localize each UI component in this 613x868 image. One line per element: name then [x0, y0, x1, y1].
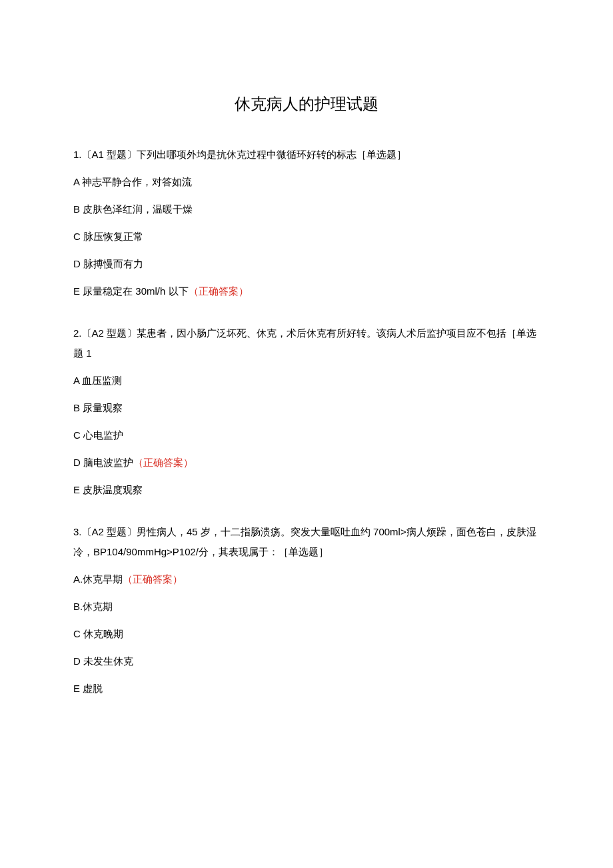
correct-answer-label: （正确答案）: [189, 285, 249, 297]
question-option: E 虚脱: [73, 679, 540, 697]
question-option: B 尿量观察: [73, 399, 540, 417]
question-text: 2.〔A2 型题〕某患者，因小肠广泛坏死、休克，术后休克有所好转。该病人术后监护…: [73, 323, 540, 363]
option-label: B.休克期: [73, 601, 113, 612]
question-block: 2.〔A2 型题〕某患者，因小肠广泛坏死、休克，术后休克有所好转。该病人术后监护…: [73, 323, 540, 499]
question-option: D 脑电波监护（正确答案）: [73, 453, 540, 471]
question-option: A 血压监测: [73, 371, 540, 389]
question-text: 1.〔A1 型题〕下列出哪项外均是抗休克过程中微循环好转的标志［单选题］: [73, 145, 540, 165]
option-label: C 休克晚期: [73, 628, 123, 639]
correct-answer-label: （正确答案）: [123, 573, 183, 585]
question-option: A 神志平静合作，对答如流: [73, 173, 540, 191]
option-label: A 神志平静合作，对答如流: [73, 176, 192, 187]
option-label: A 血压监测: [73, 375, 122, 386]
question-option: E 尿量稳定在 30ml/h 以下（正确答案）: [73, 282, 540, 300]
question-option: B.休克期: [73, 597, 540, 615]
option-label: D 脉搏慢而有力: [73, 258, 143, 269]
option-label: D 脑电波监护: [73, 457, 133, 468]
question-option: D 未发生休克: [73, 652, 540, 670]
question-block: 1.〔A1 型题〕下列出哪项外均是抗休克过程中微循环好转的标志［单选题］A 神志…: [73, 145, 540, 300]
document-title: 休克病人的护理试题: [73, 93, 540, 115]
question-option: C 休克晚期: [73, 625, 540, 643]
option-label: E 尿量稳定在 30ml/h 以下: [73, 285, 189, 297]
option-label: C 心电监护: [73, 429, 123, 441]
option-label: D 未发生休克: [73, 655, 133, 667]
option-label: E 虚脱: [73, 683, 103, 694]
question-text: 3.〔A2 型题〕男性病人，45 岁，十二指肠溃疡。突发大量呕吐血约 700ml…: [73, 522, 540, 562]
option-label: A.休克早期: [73, 573, 123, 585]
question-option: D 脉搏慢而有力: [73, 255, 540, 273]
question-option: E 皮肤温度观察: [73, 481, 540, 499]
questions-container: 1.〔A1 型题〕下列出哪项外均是抗休克过程中微循环好转的标志［单选题］A 神志…: [73, 145, 540, 697]
option-label: E 皮肤温度观察: [73, 484, 143, 495]
option-label: B 皮肤色泽红润，温暖干燥: [73, 203, 193, 215]
question-option: A.休克早期（正确答案）: [73, 570, 540, 588]
question-option: C 心电监护: [73, 426, 540, 444]
question-option: C 脉压恢复正常: [73, 227, 540, 245]
question-block: 3.〔A2 型题〕男性病人，45 岁，十二指肠溃疡。突发大量呕吐血约 700ml…: [73, 522, 540, 697]
option-label: B 尿量观察: [73, 402, 123, 413]
option-label: C 脉压恢复正常: [73, 231, 143, 242]
question-option: B 皮肤色泽红润，温暖干燥: [73, 200, 540, 218]
correct-answer-label: （正确答案）: [133, 457, 193, 468]
